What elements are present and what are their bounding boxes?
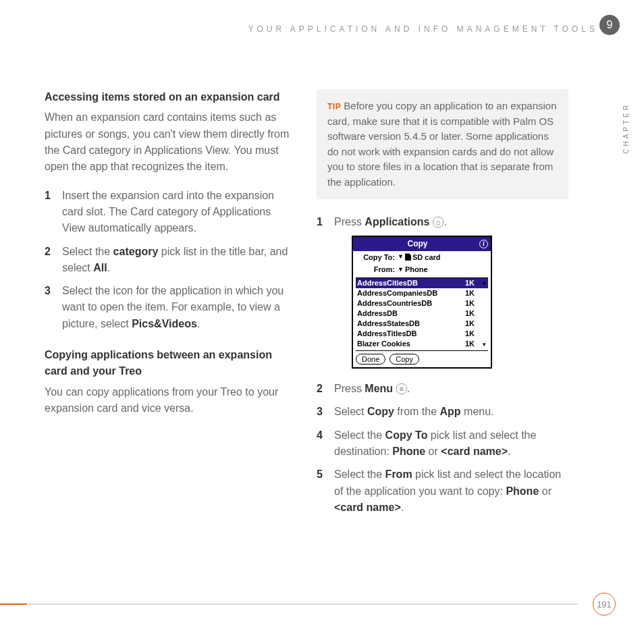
text: from the <box>394 406 440 417</box>
copy-to-field[interactable]: Copy To: ▼ SD card <box>353 251 491 264</box>
scroll-down-icon[interactable]: ▾ <box>483 342 487 348</box>
section-heading: Copying applications between an expansio… <box>45 347 296 380</box>
item-name: AddressDB <box>357 308 398 319</box>
tip-label: TIP <box>327 102 341 111</box>
item-name: AddressCountriesDB <box>357 298 432 308</box>
text: Select the <box>334 468 385 480</box>
left-column: Accessing items stored on an expansion c… <box>45 89 296 522</box>
tip-box: TIP Before you copy an application to an… <box>317 89 568 199</box>
text: or <box>539 485 552 497</box>
step-item: Select the From pick list and select the… <box>317 466 568 516</box>
bold-text: Copy To <box>385 429 428 441</box>
text: . <box>107 262 110 273</box>
field-value: SD card <box>412 252 441 263</box>
item-size: 1K <box>465 319 475 329</box>
footer-rule <box>0 603 578 605</box>
scroll-up-icon[interactable]: ▴ <box>483 279 487 286</box>
text: . <box>197 318 200 329</box>
scrollbar[interactable]: ▴▾ <box>483 279 487 348</box>
dropdown-icon: ▼ <box>398 252 404 262</box>
item-size: 1K <box>465 329 475 339</box>
text: Press <box>334 216 365 227</box>
item-size: 1K <box>465 278 475 288</box>
palm-app-list[interactable]: AddressCitiesDB1K AddressCompaniesDB1K A… <box>356 277 488 349</box>
field-label: From: <box>357 264 395 275</box>
step-item: Press Applications ⌂. Copy i Copy To: ▼ … <box>317 214 568 369</box>
item-size: 1K <box>465 308 475 319</box>
list-item[interactable]: AddressCountriesDB1K <box>356 298 488 308</box>
dropdown-icon: ▼ <box>398 265 404 275</box>
field-value: Phone <box>405 264 428 275</box>
bold-text: Menu <box>365 383 393 394</box>
item-name: AddressCitiesDB <box>357 278 418 288</box>
palm-title: Copy <box>356 238 479 250</box>
item-name: AddressCompaniesDB <box>357 288 437 298</box>
from-field[interactable]: From: ▼ Phone <box>353 263 491 276</box>
bold-text: Phone <box>392 446 425 457</box>
bold-text: App <box>440 406 461 417</box>
bold-text: Copy <box>367 406 394 417</box>
bold-text: category <box>113 246 159 257</box>
text: menu. <box>461 406 494 417</box>
section-heading: Accessing items stored on an expansion c… <box>45 89 296 105</box>
item-name: AddressTitlesDB <box>357 329 417 339</box>
list-item[interactable]: AddressTitlesDB1K <box>356 329 488 339</box>
home-icon: ⌂ <box>433 217 444 227</box>
steps-list: Insert the expansion card into the expan… <box>45 188 296 333</box>
body-paragraph: When an expansion card contains items su… <box>45 109 296 175</box>
text: Select the <box>62 246 113 257</box>
info-icon[interactable]: i <box>479 240 488 248</box>
steps-list: Press Applications ⌂. Copy i Copy To: ▼ … <box>317 214 568 516</box>
bold-text: Pics&Videos <box>132 318 197 329</box>
field-label: Copy To: <box>357 252 395 263</box>
bold-text: <card name> <box>334 502 401 513</box>
item-name: Blazer Cookies <box>357 339 410 349</box>
step-item: Select the icon for the application in w… <box>45 283 296 332</box>
text <box>393 383 396 394</box>
bold-text: <card name> <box>441 446 508 457</box>
text: . <box>401 502 404 513</box>
text: . <box>444 216 446 227</box>
bold-text: From <box>385 468 412 480</box>
step-item: Press Menu ≡. <box>317 381 568 397</box>
step-item: Insert the expansion card into the expan… <box>45 188 296 237</box>
item-name: AddressStatesDB <box>357 319 420 329</box>
list-item[interactable]: AddressCitiesDB1K <box>356 278 488 288</box>
body-paragraph: You can copy applications from your Treo… <box>45 384 296 417</box>
tip-body: Before you copy an application to an exp… <box>327 100 557 188</box>
text: Select the <box>334 429 385 441</box>
list-item[interactable]: Blazer Cookies1K <box>356 339 488 349</box>
item-size: 1K <box>465 339 475 349</box>
running-header: YOUR APPLICATION AND INFO MANAGEMENT TOO… <box>248 24 598 34</box>
item-size: 1K <box>465 298 475 308</box>
right-column: TIP Before you copy an application to an… <box>317 89 568 522</box>
list-item[interactable]: AddressCompaniesDB1K <box>356 288 488 298</box>
list-item[interactable]: AddressStatesDB1K <box>356 319 488 329</box>
palm-copy-dialog: Copy i Copy To: ▼ SD card From: ▼ Phone <box>352 236 492 369</box>
step-item: Select Copy from the App menu. <box>317 404 568 420</box>
bold-text: Phone <box>506 485 539 497</box>
list-item[interactable]: AddressDB1K <box>356 308 488 319</box>
bold-text: Applications <box>365 216 429 227</box>
text: . <box>407 383 410 394</box>
chapter-side-label: CHAPTER <box>622 103 630 154</box>
bold-text: All <box>93 262 107 273</box>
step-item: Select the Copy To pick list and select … <box>317 427 568 460</box>
done-button[interactable]: Done <box>356 354 385 365</box>
palm-titlebar: Copy i <box>353 237 491 250</box>
text: Press <box>334 383 365 394</box>
chapter-number-badge: 9 <box>599 15 620 35</box>
item-size: 1K <box>465 288 475 298</box>
copy-button[interactable]: Copy <box>390 354 419 365</box>
page-number: 191 <box>593 593 616 616</box>
step-item: Select the category pick list in the tit… <box>45 244 296 277</box>
text: Select <box>334 406 367 417</box>
sd-card-icon <box>405 253 411 261</box>
text: . <box>508 446 510 457</box>
text: or <box>425 446 441 457</box>
menu-icon: ≡ <box>396 383 407 394</box>
